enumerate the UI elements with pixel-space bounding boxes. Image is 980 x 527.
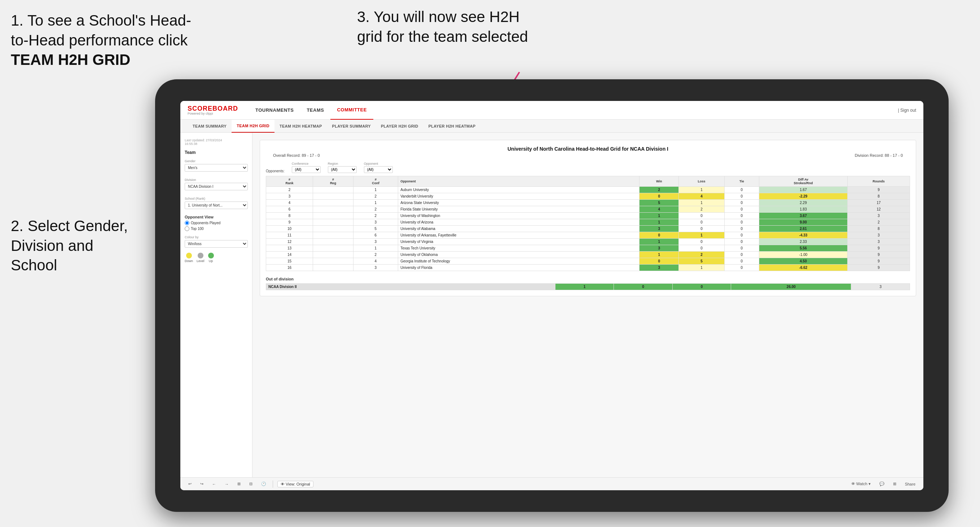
cell-loss: 4 [679, 193, 724, 200]
nav-tournaments[interactable]: TOURNAMENTS [249, 101, 300, 120]
division-select[interactable]: NCAA Division I NCAA Division II NCAA Di… [185, 183, 248, 190]
nav-committee[interactable]: COMMITTEE [330, 101, 373, 120]
cell-diff: 2.33 [759, 239, 847, 245]
cell-win: 0 [640, 193, 679, 200]
region-filter-select[interactable]: (All) [328, 166, 357, 173]
gender-select[interactable]: Men's Women's [185, 164, 248, 171]
grid-container: University of North Carolina Head-to-Hea… [260, 140, 916, 296]
cell-conf: 5 [353, 225, 398, 232]
opponents-label: Opponents: [266, 169, 285, 173]
cell-tie: 0 [724, 252, 759, 258]
paste-btn[interactable]: ⊟ [247, 481, 255, 487]
out-rounds: 3 [851, 284, 910, 290]
cell-diff: 4.50 [759, 258, 847, 265]
cell-opponent: Georgia Institute of Technology [398, 258, 640, 265]
radio-top100[interactable]: Top 100 [185, 226, 248, 231]
cell-diff: 5.56 [759, 245, 847, 252]
cell-conf: 2 [353, 213, 398, 219]
table-row: 13 1 Texas Tech University 3 0 0 5.56 9 [266, 245, 910, 252]
grid-records: Overall Record: 89 - 17 - 0 Division Rec… [266, 153, 910, 157]
nav-teams[interactable]: TEAMS [300, 101, 330, 120]
cell-diff: 2.61 [759, 225, 847, 232]
back-btn[interactable]: ← [210, 481, 218, 487]
cell-win: 4 [640, 206, 679, 213]
cell-loss: 0 [679, 245, 724, 252]
cell-diff: -4.33 [759, 232, 847, 239]
bottom-toolbar: ↩ ↪ ← → ⊞ ⊟ 🕐 👁 View: Original 👁 Watch ▾… [180, 477, 923, 490]
out-diff: 26.00 [731, 284, 851, 290]
copy-btn[interactable]: ⊞ [235, 481, 243, 487]
undo-btn[interactable]: ↩ [186, 481, 194, 487]
cell-opponent: University of Florida [398, 265, 640, 271]
out-loss: 0 [614, 284, 673, 290]
team-label: Team [185, 150, 248, 155]
col-conf: #Conf [353, 176, 398, 187]
main-content: Last Updated: 27/03/2024 16:55:38 Team G… [180, 133, 923, 477]
col-diff: Diff AvStrokes/Rnd [759, 176, 847, 187]
sub-nav-player-summary[interactable]: PLAYER SUMMARY [327, 120, 376, 133]
clock-btn[interactable]: 🕐 [259, 481, 268, 487]
cell-loss: 0 [679, 213, 724, 219]
region-filter-label: Region [328, 162, 357, 165]
cell-rank: 13 [266, 245, 313, 252]
out-of-division-label: Out of division [266, 277, 910, 281]
ann3-line1: 3. You will now see H2H [357, 8, 520, 25]
cell-reg [313, 206, 353, 213]
logo-area: SCOREBOARD Powered by clippi [188, 105, 238, 115]
watch-btn[interactable]: 👁 Watch ▾ [849, 481, 873, 487]
cell-win: 2 [640, 187, 679, 193]
sub-nav-team-summary[interactable]: TEAM SUMMARY [188, 120, 232, 133]
sub-nav-team-h2h-heatmap[interactable]: TEAM H2H HEATMAP [275, 120, 327, 133]
table-row: 15 4 Georgia Institute of Technology 0 5… [266, 258, 910, 265]
school-label: School (Rank) [185, 197, 248, 200]
cell-rounds: 9 [848, 245, 910, 252]
cell-rounds: 9 [848, 258, 910, 265]
cell-loss: 5 [679, 258, 724, 265]
comment-btn[interactable]: 💬 [877, 481, 886, 487]
opponent-filter: Opponent (All) [364, 162, 393, 173]
cell-conf: 4 [353, 258, 398, 265]
view-original-btn[interactable]: 👁 View: Original [277, 481, 313, 487]
cell-rounds: 3 [848, 213, 910, 219]
cell-win: 1 [640, 213, 679, 219]
opponent-filter-select[interactable]: (All) [364, 166, 393, 173]
cell-opponent: Auburn University [398, 187, 640, 193]
out-division-name: NCAA Division II [266, 284, 555, 290]
col-rank: #Rank [266, 176, 313, 187]
cell-rank: 12 [266, 239, 313, 245]
opponent-filter-label: Opponent [364, 162, 393, 165]
cell-reg [313, 200, 353, 206]
ann1-bold: TEAM H2H GRID [11, 51, 130, 68]
radio-opponents-played[interactable]: Opponents Played [185, 221, 248, 225]
forward-btn[interactable]: → [223, 481, 231, 487]
out-win: 1 [555, 284, 614, 290]
cell-reg [313, 187, 353, 193]
col-reg: #Reg [313, 176, 353, 187]
sub-nav-team-h2h-grid[interactable]: TEAM H2H GRID [232, 120, 275, 133]
cell-conf: 1 [353, 187, 398, 193]
sub-nav-player-h2h-heatmap[interactable]: PLAYER H2H HEATMAP [423, 120, 481, 133]
legend-up: Up [208, 253, 214, 263]
cell-tie: 0 [724, 225, 759, 232]
cell-conf: 3 [353, 239, 398, 245]
out-of-division: Out of division NCAA Division II 1 0 0 2… [266, 277, 910, 290]
share-btn[interactable]: Share [903, 481, 918, 487]
col-opponent: Opponent [398, 176, 640, 187]
table-row: 16 3 University of Florida 3 1 0 -6.62 9 [266, 265, 910, 271]
cell-rank: 3 [266, 193, 313, 200]
conference-filter-select[interactable]: (All) [292, 166, 321, 173]
cell-conf: 1 [353, 200, 398, 206]
tablet-screen: SCOREBOARD Powered by clippi TOURNAMENTS… [180, 101, 923, 490]
redo-btn[interactable]: ↪ [198, 481, 205, 487]
sign-out-link[interactable]: | Sign out [898, 108, 916, 113]
cell-reg [313, 258, 353, 265]
cell-loss: 0 [679, 225, 724, 232]
layout-btn[interactable]: ⊞ [891, 481, 899, 487]
school-select[interactable]: 1. University of Nort... [185, 202, 248, 209]
cell-tie: 0 [724, 193, 759, 200]
colour-select[interactable]: Win/loss [185, 240, 248, 248]
annotation-1: 1. To see a School's Head- to-Head perfo… [11, 11, 191, 70]
sub-nav-player-h2h-grid[interactable]: PLAYER H2H GRID [376, 120, 423, 133]
table-row: 10 5 University of Alabama 3 0 0 2.61 8 [266, 225, 910, 232]
cell-rank: 10 [266, 225, 313, 232]
